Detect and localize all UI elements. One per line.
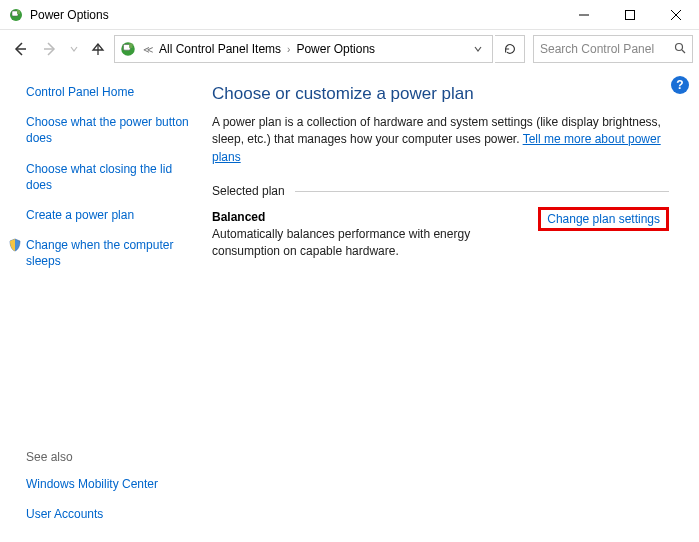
change-plan-settings-link[interactable]: Change plan settings: [538, 207, 669, 231]
refresh-button[interactable]: [495, 35, 525, 63]
window-controls: [561, 0, 699, 30]
power-options-icon: [119, 40, 137, 58]
sidebar: Control Panel Home Choose what the power…: [12, 84, 202, 532]
plan-description: Automatically balances performance with …: [212, 226, 538, 260]
help-label: ?: [676, 78, 683, 92]
back-button[interactable]: [6, 35, 34, 63]
page-description: A power plan is a collection of hardware…: [212, 114, 669, 166]
window-title: Power Options: [30, 8, 561, 22]
breadcrumb[interactable]: ≪ All Control Panel Items › Power Option…: [114, 35, 493, 63]
titlebar: Power Options: [0, 0, 699, 30]
shield-icon: [8, 238, 22, 252]
chevron-right-icon[interactable]: ≪: [143, 44, 153, 55]
sidebar-link-change-sleep[interactable]: Change when the computer sleeps: [26, 237, 196, 269]
power-options-icon: [8, 7, 24, 23]
see-also-mobility-center[interactable]: Windows Mobility Center: [26, 476, 196, 492]
divider: [295, 191, 669, 192]
sidebar-link-closing-lid[interactable]: Choose what closing the lid does: [26, 161, 196, 193]
close-button[interactable]: [653, 0, 699, 30]
breadcrumb-dropdown[interactable]: [468, 44, 488, 55]
sidebar-link-create-plan[interactable]: Create a power plan: [26, 207, 196, 223]
sidebar-link-label: Change when the computer sleeps: [26, 238, 173, 268]
svg-rect-2: [17, 10, 20, 14]
content-area: Control Panel Home Choose what the power…: [0, 68, 699, 542]
search-icon: [674, 42, 686, 57]
maximize-button[interactable]: [607, 0, 653, 30]
recent-locations-button[interactable]: [66, 35, 82, 63]
svg-point-13: [676, 43, 683, 50]
svg-line-14: [682, 50, 685, 53]
selected-plan-label: Selected plan: [212, 184, 295, 198]
up-button[interactable]: [84, 35, 112, 63]
page-heading: Choose or customize a power plan: [212, 84, 669, 104]
minimize-button[interactable]: [561, 0, 607, 30]
plan-name: Balanced: [212, 210, 538, 224]
main-content: Choose or customize a power plan A power…: [202, 84, 687, 532]
breadcrumb-item[interactable]: Power Options: [290, 42, 381, 56]
navigation-bar: ≪ All Control Panel Items › Power Option…: [0, 30, 699, 68]
forward-button[interactable]: [36, 35, 64, 63]
plan-info: Balanced Automatically balances performa…: [212, 210, 538, 260]
breadcrumb-item[interactable]: All Control Panel Items: [153, 42, 287, 56]
svg-rect-12: [129, 43, 132, 48]
svg-rect-4: [626, 10, 635, 19]
sidebar-link-power-button[interactable]: Choose what the power button does: [26, 114, 196, 146]
see-also-user-accounts[interactable]: User Accounts: [26, 506, 196, 522]
search-input[interactable]: Search Control Panel: [533, 35, 693, 63]
see-also-label: See also: [26, 450, 196, 464]
help-button[interactable]: ?: [671, 76, 689, 94]
search-placeholder: Search Control Panel: [540, 42, 674, 56]
section-header: Selected plan: [212, 184, 669, 198]
plan-row: Balanced Automatically balances performa…: [212, 210, 669, 260]
see-also: See also Windows Mobility Center User Ac…: [26, 450, 196, 532]
control-panel-home-link[interactable]: Control Panel Home: [26, 84, 196, 100]
